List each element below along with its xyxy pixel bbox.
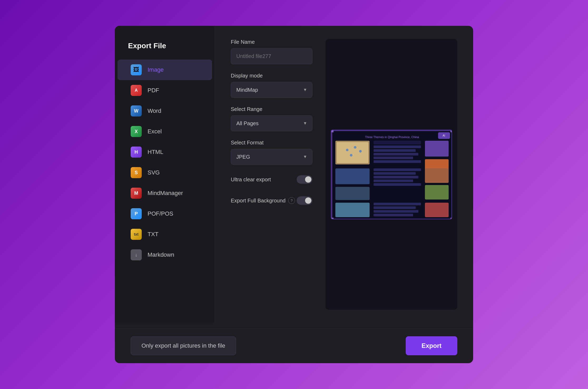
svg-rect-18 bbox=[374, 168, 421, 171]
svg-rect-27 bbox=[374, 206, 416, 209]
svg-icon: S bbox=[131, 167, 142, 178]
select-range-select[interactable]: All Pages Current Page Custom bbox=[231, 115, 312, 131]
sidebar-item-pdf-label: PDF bbox=[148, 87, 159, 94]
svg-text:AI: AI bbox=[443, 134, 445, 137]
export-bg-row: Export Full Background ? bbox=[231, 194, 312, 207]
svg-point-5 bbox=[354, 146, 356, 149]
svg-rect-19 bbox=[374, 172, 416, 175]
sidebar-item-svg[interactable]: S SVG bbox=[117, 162, 212, 183]
dialog-body: Export File 🖼 Image A PDF W Word X Excel… bbox=[115, 26, 473, 323]
svg-text:Three Themes in Qinghai Provin: Three Themes in Qinghai Province, China bbox=[365, 135, 419, 139]
export-bg-knob bbox=[305, 197, 311, 204]
display-mode-wrapper: MindMap Outline Tree ▼ bbox=[231, 82, 312, 98]
svg-rect-11 bbox=[374, 153, 418, 155]
svg-point-4 bbox=[346, 149, 349, 151]
sidebar-item-mindmanager-label: MindManager bbox=[148, 190, 183, 197]
svg-rect-21 bbox=[374, 179, 413, 182]
markdown-icon: ↓ bbox=[131, 249, 142, 260]
mindmanager-icon: M bbox=[131, 188, 142, 199]
sidebar-item-txt[interactable]: txt TXT bbox=[117, 224, 212, 245]
sidebar-item-pof-label: POF/POS bbox=[148, 210, 173, 217]
select-range-label: Select Range bbox=[231, 106, 312, 112]
ultra-clear-toggle[interactable] bbox=[297, 175, 312, 184]
html-icon: H bbox=[131, 147, 142, 158]
svg-rect-37 bbox=[450, 218, 452, 219]
select-format-select[interactable]: JPEG PNG SVG WebP bbox=[231, 149, 312, 165]
svg-rect-30 bbox=[425, 203, 449, 217]
svg-rect-24 bbox=[425, 185, 449, 200]
svg-rect-16 bbox=[335, 168, 370, 184]
sidebar: Export File 🖼 Image A PDF W Word X Excel… bbox=[115, 26, 215, 323]
ultra-clear-knob bbox=[305, 176, 311, 183]
bottom-bar: Only export all pictures in the file Exp… bbox=[115, 328, 473, 363]
svg-rect-35 bbox=[450, 130, 452, 132]
sidebar-item-mindmanager[interactable]: M MindManager bbox=[117, 183, 212, 203]
display-mode-select[interactable]: MindMap Outline Tree bbox=[231, 82, 312, 98]
svg-rect-9 bbox=[374, 145, 421, 148]
display-mode-label: Display mode bbox=[231, 73, 312, 79]
svg-rect-28 bbox=[374, 210, 418, 213]
only-export-pictures-button[interactable]: Only export all pictures in the file bbox=[131, 336, 236, 355]
form-area: File Name Display mode MindMap Outline T… bbox=[231, 39, 312, 310]
pdf-icon: A bbox=[131, 85, 142, 96]
sidebar-item-word[interactable]: W Word bbox=[117, 101, 212, 121]
svg-rect-26 bbox=[374, 203, 421, 205]
select-format-wrapper: JPEG PNG SVG WebP ▼ bbox=[231, 149, 312, 165]
svg-rect-8 bbox=[374, 141, 421, 144]
sidebar-item-image-label: Image bbox=[148, 66, 164, 73]
export-bg-help-icon[interactable]: ? bbox=[288, 197, 295, 204]
file-name-input[interactable] bbox=[231, 48, 312, 64]
svg-rect-12 bbox=[374, 157, 413, 159]
preview-canvas: Three Themes in Qinghai Province, China bbox=[331, 130, 452, 219]
svg-rect-22 bbox=[374, 183, 421, 186]
select-range-wrapper: All Pages Current Page Custom ▼ bbox=[231, 115, 312, 131]
main-content: File Name Display mode MindMap Outline T… bbox=[215, 26, 473, 323]
export-dialog: Export File 🖼 Image A PDF W Word X Excel… bbox=[115, 26, 473, 363]
sidebar-item-pof[interactable]: P POF/POS bbox=[117, 203, 212, 224]
select-format-label: Select Format bbox=[231, 140, 312, 146]
sidebar-item-excel[interactable]: X Excel bbox=[117, 121, 212, 142]
sidebar-item-excel-label: Excel bbox=[148, 128, 162, 135]
svg-rect-10 bbox=[374, 149, 416, 152]
select-range-group: Select Range All Pages Current Page Cust… bbox=[231, 106, 312, 131]
svg-rect-34 bbox=[331, 130, 334, 132]
file-name-group: File Name bbox=[231, 39, 312, 64]
sidebar-item-html-label: HTML bbox=[148, 149, 163, 155]
preview-area: Three Themes in Qinghai Province, China bbox=[326, 39, 457, 310]
word-icon: W bbox=[131, 105, 142, 116]
svg-rect-14 bbox=[425, 141, 449, 157]
sidebar-item-pdf[interactable]: A PDF bbox=[117, 80, 212, 101]
sidebar-item-markdown[interactable]: ↓ Markdown bbox=[117, 245, 212, 265]
ultra-clear-row: Ultra clear export bbox=[231, 173, 312, 186]
svg-rect-17 bbox=[335, 187, 370, 200]
display-mode-group: Display mode MindMap Outline Tree ▼ bbox=[231, 73, 312, 98]
svg-rect-3 bbox=[337, 142, 368, 163]
sidebar-item-markdown-label: Markdown bbox=[148, 251, 174, 258]
export-bg-toggle[interactable] bbox=[297, 196, 312, 205]
svg-rect-23 bbox=[425, 168, 449, 183]
sidebar-item-word-label: Word bbox=[148, 108, 161, 114]
sidebar-title: Export File bbox=[115, 42, 215, 50]
sidebar-item-image[interactable]: 🖼 Image bbox=[117, 60, 212, 80]
pof-icon: P bbox=[131, 208, 142, 219]
export-button[interactable]: Export bbox=[406, 336, 457, 355]
export-bg-label: Export Full Background ? bbox=[231, 197, 295, 204]
svg-rect-25 bbox=[335, 203, 370, 217]
txt-icon: txt bbox=[131, 229, 142, 240]
select-format-group: Select Format JPEG PNG SVG WebP ▼ bbox=[231, 140, 312, 165]
preview-svg: Three Themes in Qinghai Province, China bbox=[331, 130, 452, 219]
svg-rect-36 bbox=[331, 218, 334, 219]
sidebar-item-svg-label: SVG bbox=[148, 169, 160, 176]
svg-rect-29 bbox=[374, 214, 413, 216]
svg-point-6 bbox=[359, 150, 362, 153]
excel-icon: X bbox=[131, 126, 142, 137]
svg-rect-20 bbox=[374, 176, 418, 178]
sidebar-item-html[interactable]: H HTML bbox=[117, 142, 212, 162]
file-name-label: File Name bbox=[231, 39, 312, 45]
sidebar-item-txt-label: TXT bbox=[148, 231, 159, 238]
svg-point-7 bbox=[350, 154, 352, 157]
image-icon: 🖼 bbox=[131, 64, 142, 75]
ultra-clear-label: Ultra clear export bbox=[231, 177, 271, 183]
content-top: File Name Display mode MindMap Outline T… bbox=[231, 39, 457, 310]
svg-rect-13 bbox=[374, 160, 421, 163]
